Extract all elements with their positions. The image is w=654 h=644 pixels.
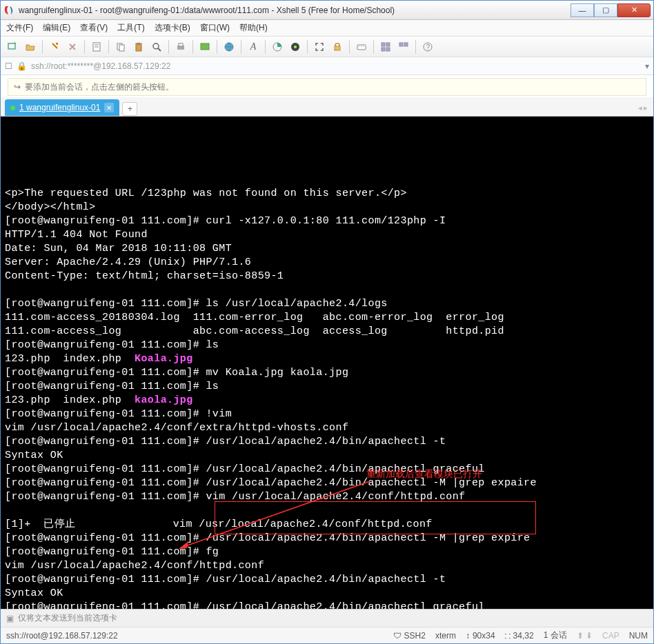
separator: [307, 40, 308, 54]
annotation-label: 重新加载后查看模块已打开: [366, 467, 482, 481]
status-pos: ⸬34,32: [505, 631, 534, 641]
tab-nav: ◂ ▸: [638, 103, 648, 112]
reconnect-button[interactable]: [47, 39, 62, 54]
terminal-line: [root@wangruifeng-01 111.com]# ls: [5, 380, 649, 394]
disconnect-button[interactable]: [65, 39, 80, 54]
status-term: xterm: [435, 631, 456, 641]
tile-button[interactable]: [378, 39, 393, 54]
terminal-line: vim /usr/local/apache2.4/conf/httpd.conf: [5, 559, 649, 573]
help-button[interactable]: ?: [420, 39, 435, 54]
command-input-placeholder[interactable]: 仅将文本发送到当前选项卡: [18, 612, 117, 624]
svg-rect-19: [357, 45, 366, 50]
add-session-icon[interactable]: ☐: [5, 61, 12, 71]
minimize-button[interactable]: —: [571, 3, 594, 17]
menu-file[interactable]: 文件(F): [6, 22, 33, 34]
window-title: wangruifenglinux-01 - root@wangruifeng-0…: [19, 6, 571, 15]
status-ssh: 🛡SSH2: [393, 631, 426, 641]
send-icon[interactable]: ▣: [6, 614, 14, 623]
status-signal: ⬆ ⬇: [577, 631, 593, 641]
terminal[interactable]: 重新加载后查看模块已打开 <p>The requested URL /123ph…: [1, 117, 653, 609]
terminal-line: 111.com-access_20180304.log 111.com-erro…: [5, 311, 649, 325]
fullscreen-button[interactable]: [312, 39, 327, 54]
globe-button[interactable]: [221, 39, 237, 54]
separator: [217, 40, 217, 54]
open-button[interactable]: [23, 39, 38, 54]
separator: [241, 40, 241, 54]
terminal-line: Date: Sun, 04 Mar 2018 10:11:08 GMT: [5, 242, 649, 256]
svg-rect-27: [399, 43, 403, 46]
window-controls: — ▢ ✕: [571, 3, 651, 17]
address-input[interactable]: ssh://root:********@192.168.57.129:22: [31, 61, 641, 71]
separator: [373, 40, 374, 54]
svg-rect-24: [386, 43, 390, 46]
separator: [84, 40, 85, 54]
svg-rect-28: [404, 43, 408, 46]
tab-bar: 1 wangruifenglinux-01 ✕ + ◂ ▸: [1, 97, 653, 117]
terminal-line: [root@wangruifeng-01 111.com]# ls: [5, 339, 649, 352]
address-dropdown[interactable]: ▾: [645, 61, 649, 71]
size-icon: ↕: [466, 631, 470, 641]
menu-edit[interactable]: 编辑(E): [43, 22, 70, 34]
font-button[interactable]: A: [246, 39, 261, 54]
terminal-line: [root@wangruifeng-01 111.com]# !vim: [5, 407, 649, 421]
tab-close-button[interactable]: ✕: [104, 103, 114, 112]
terminal-line: Syntax OK: [5, 449, 649, 463]
properties-button[interactable]: [89, 39, 104, 54]
terminal-line: [root@wangruifeng-01 111.com]# /usr/loca…: [5, 463, 649, 476]
cascade-button[interactable]: [396, 39, 411, 54]
terminal-line: vim /usr/local/apache2.4/conf/extra/http…: [5, 421, 649, 435]
close-button[interactable]: ✕: [617, 3, 651, 17]
menubar: 文件(F) 编辑(E) 查看(V) 工具(T) 选项卡(B) 窗口(W) 帮助(…: [1, 20, 653, 37]
menu-tools[interactable]: 工具(T): [117, 22, 144, 34]
terminal-line: [root@wangruifeng-01 111.com]# curl -x12…: [5, 214, 649, 228]
menu-tabs[interactable]: 选项卡(B): [155, 22, 190, 34]
status-bar: ssh://root@192.168.57.129:22 🛡SSH2 xterm…: [1, 627, 653, 643]
terminal-line: [root@wangruifeng-01 111.com]# fg: [5, 545, 649, 559]
find-button[interactable]: [149, 39, 164, 54]
maximize-button[interactable]: ▢: [594, 3, 617, 17]
status-size: ↕90x34: [466, 631, 495, 641]
terminal-line: [root@wangruifeng-01 111.com]# /usr/loca…: [5, 476, 649, 490]
status-num: NUM: [629, 631, 648, 641]
terminal-line: 123.php index.php kaola.jpg: [5, 394, 649, 407]
lock-button[interactable]: [330, 39, 345, 54]
svg-point-9: [153, 43, 159, 49]
terminal-line: [root@wangruifeng-01 111.com]# /usr/loca…: [5, 573, 649, 587]
svg-text:?: ?: [426, 43, 430, 51]
terminal-line: [root@wangruifeng-01 111.com]# /usr/loca…: [5, 435, 649, 449]
menu-help[interactable]: 帮助(H): [239, 22, 268, 34]
tab-next-button[interactable]: ▸: [644, 103, 648, 112]
arrow-icon[interactable]: ↪: [14, 82, 21, 92]
xftp-button[interactable]: [197, 39, 212, 54]
highlight-button[interactable]: [288, 39, 303, 54]
tab-session-1[interactable]: 1 wangruifenglinux-01 ✕: [5, 99, 119, 116]
terminal-line: 123.php index.php Koala.jpg: [5, 352, 649, 366]
app-icon: [3, 5, 14, 16]
svg-rect-26: [386, 48, 390, 51]
separator: [168, 40, 169, 54]
terminal-line: <p>The requested URL /123php was not fou…: [5, 187, 649, 201]
new-session-button[interactable]: +: [5, 39, 20, 54]
menu-view[interactable]: 查看(V): [80, 22, 108, 34]
annotation-box: [215, 501, 536, 534]
info-text: 要添加当前会话，点击左侧的箭头按钮。: [25, 81, 174, 93]
tab-add-button[interactable]: +: [122, 102, 137, 116]
separator: [108, 40, 109, 54]
status-cap: CAP: [602, 631, 620, 641]
menu-window[interactable]: 窗口(W): [200, 22, 230, 34]
print-button[interactable]: [173, 39, 188, 54]
svg-line-10: [158, 48, 161, 51]
app-window: wangruifenglinux-01 - root@wangruifeng-0…: [0, 0, 654, 644]
pos-icon: ⸬: [505, 631, 511, 641]
terminal-line: </body></html>: [5, 201, 649, 214]
toolbar: + A ?: [1, 37, 653, 57]
separator: [265, 40, 266, 54]
terminal-line: HTTP/1.1 404 Not Found: [5, 228, 649, 242]
tab-prev-button[interactable]: ◂: [638, 103, 642, 112]
color-button[interactable]: [270, 39, 285, 54]
status-dot-icon: [10, 105, 15, 110]
keyboard-button[interactable]: [354, 39, 369, 54]
copy-button[interactable]: [113, 39, 128, 54]
paste-button[interactable]: [131, 39, 146, 54]
titlebar[interactable]: wangruifenglinux-01 - root@wangruifeng-0…: [1, 1, 653, 20]
